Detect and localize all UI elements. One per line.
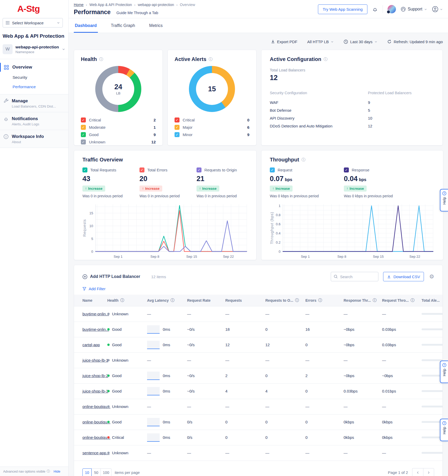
checkbox-unknown[interactable]: ✓ xyxy=(81,139,86,144)
column-header-errors[interactable]: Errorsⓘ xyxy=(305,295,344,306)
add-filter-button[interactable]: Add Filter xyxy=(74,281,114,295)
help-tab[interactable]: ? Help xyxy=(440,419,448,441)
cell-requests-to-origin: 12 xyxy=(265,337,305,352)
traffic-line-chart[interactable]: 051015Sep 1Sep 8Sep 15Sep 22Requests xyxy=(82,202,248,261)
info-icon[interactable]: ⓘ xyxy=(324,57,328,62)
latency-sparkline[interactable] xyxy=(147,387,160,395)
sidebar-item-overview[interactable]: Overview xyxy=(0,62,68,73)
info-icon[interactable]: ⓘ xyxy=(99,57,103,62)
next-page-button[interactable] xyxy=(423,468,434,476)
active-configuration-card: Active Configuration ⓘ Total Load Balanc… xyxy=(261,50,443,145)
checkbox-request[interactable]: ✓ xyxy=(270,167,275,172)
gear-icon[interactable]: ⚙ xyxy=(429,273,434,280)
checkbox-critical[interactable]: ✓ xyxy=(81,117,86,122)
column-header-request-rate[interactable]: Request Rate xyxy=(187,295,225,306)
sidebar-item-performance[interactable]: Performance xyxy=(0,82,68,92)
checkbox-response[interactable]: ✓ xyxy=(344,167,349,172)
latency-sparkline[interactable] xyxy=(147,433,160,442)
lb-name-link[interactable]: juice-shop-lb-3 xyxy=(82,389,108,393)
checkbox-good[interactable]: ✓ xyxy=(81,132,86,137)
lb-name-link[interactable]: online-boutiqu... xyxy=(82,420,110,424)
checkbox-critical[interactable]: ✓ xyxy=(175,117,180,122)
lb-name-link[interactable]: buytime-onlin... xyxy=(82,312,109,316)
try-web-app-scanning-button[interactable]: Try Web App Scanning xyxy=(318,4,367,14)
account-menu[interactable] xyxy=(432,6,443,13)
checkbox-total-errors[interactable]: ✓ xyxy=(139,167,144,172)
alerts-donut-chart[interactable]: 15 xyxy=(189,66,235,112)
page-size-100[interactable]: 100 xyxy=(101,468,111,476)
hide-link[interactable]: Hide xyxy=(54,470,60,473)
info-icon[interactable]: ⓘ xyxy=(120,298,124,303)
lb-name-link[interactable]: online-boutiqu... xyxy=(82,435,110,440)
tab-traffic-graph[interactable]: Traffic Graph xyxy=(110,18,136,33)
guide-me-link[interactable]: Guide Me Through a Tab xyxy=(116,11,158,15)
sidebar-item-notifications[interactable]: NotificationsAlerts, Audit Logs xyxy=(0,112,68,130)
info-icon[interactable]: ⓘ xyxy=(171,298,175,303)
help-tab[interactable]: ? Help xyxy=(440,189,448,211)
latency-sparkline[interactable] xyxy=(147,325,160,334)
table-search xyxy=(331,272,378,281)
breadcrumb-item[interactable]: webapp-api-protection xyxy=(138,3,174,7)
column-header-requests-to-o-[interactable]: Requests to O...ⓘ xyxy=(265,295,305,306)
cell-request-throughput: 0.03bps xyxy=(382,337,422,352)
tab-dashboard[interactable]: Dashboard xyxy=(74,18,98,33)
support-menu[interactable]: Support xyxy=(401,7,427,12)
column-header-response-thr-[interactable]: Response Thr...ⓘ xyxy=(344,295,382,306)
info-icon[interactable]: ⓘ xyxy=(318,298,322,303)
help-tab[interactable]: ? Help xyxy=(440,361,448,383)
column-header-total-ale-[interactable]: Total Ale... xyxy=(422,295,443,306)
throughput-line-chart[interactable]: 00.20.40.60.81Sep 1Sep 8Sep 15Sep 22Thro… xyxy=(270,202,435,261)
column-header-health[interactable]: Healthⓘ xyxy=(107,295,147,306)
active-alerts-card: Active Alerts ⓘ 15 ✓Critical0✓Major6✓Min… xyxy=(167,50,256,145)
lb-name-link[interactable]: juice-shop-lb-1 xyxy=(82,358,108,362)
checkbox-moderate[interactable]: ✓ xyxy=(81,125,86,130)
namespace-selector[interactable]: W webapp-api-protection Namespace xyxy=(0,39,68,59)
checkbox-total-requests[interactable]: ✓ xyxy=(82,167,87,172)
sidebar-item-manage[interactable]: ManageLoad Balancers, CDN Dist... xyxy=(0,94,68,112)
page-size-10[interactable]: 10 xyxy=(82,468,92,476)
column-header-name[interactable]: Name xyxy=(74,295,107,306)
breadcrumb-item[interactable]: Home xyxy=(74,3,83,7)
sidebar-item-workspace-info[interactable]: Workspace InfoAbout xyxy=(0,130,68,148)
time-range-dropdown[interactable]: Last 30 days xyxy=(344,40,377,44)
lb-name-link[interactable]: sentence-app... xyxy=(82,451,109,455)
info-icon[interactable]: ⓘ xyxy=(301,157,305,162)
lb-filter-dropdown[interactable]: All HTTP LB xyxy=(307,40,334,44)
latency-sparkline[interactable] xyxy=(147,372,160,380)
column-header-avg-latency[interactable]: Avg Latencyⓘ xyxy=(147,295,187,306)
checkbox-minor[interactable]: ✓ xyxy=(175,132,180,137)
bell-icon[interactable] xyxy=(372,6,378,12)
column-header-requests[interactable]: Requests xyxy=(225,295,265,306)
cell-requests: — xyxy=(225,399,265,414)
workspace-select[interactable]: Select Workspace xyxy=(3,18,63,27)
checkbox-major[interactable]: ✓ xyxy=(175,125,180,130)
trend-badge: ↑Increase xyxy=(197,186,219,192)
checkbox-requests-to-origin[interactable]: ✓ xyxy=(197,167,201,172)
health-donut-chart[interactable]: 24 LB xyxy=(95,66,141,112)
avatar[interactable] xyxy=(388,5,396,13)
info-icon[interactable]: ⓘ xyxy=(295,298,299,303)
breadcrumb-item[interactable]: Web App & API Protection xyxy=(89,3,132,7)
lb-name-link[interactable]: online-boutiqu... xyxy=(82,404,110,409)
page-size-50[interactable]: 50 xyxy=(92,468,101,476)
download-csv-button[interactable]: Download CSV xyxy=(383,272,424,281)
info-icon[interactable]: ⓘ xyxy=(209,57,213,62)
breadcrumb-item[interactable]: Overview xyxy=(180,3,195,7)
items-count: 12 items xyxy=(151,275,331,279)
tab-metrics[interactable]: Metrics xyxy=(148,18,164,33)
sidebar-item-security[interactable]: Security xyxy=(0,73,68,82)
refresh-button[interactable]: Refresh: Updated 9 min ago xyxy=(387,40,443,44)
search-input[interactable] xyxy=(340,275,376,279)
latency-sparkline[interactable] xyxy=(147,418,160,426)
lb-name-link[interactable]: cartql-app xyxy=(82,343,100,347)
export-pdf-button[interactable]: Export PDF xyxy=(271,40,298,44)
latency-sparkline[interactable] xyxy=(147,341,160,349)
column-header-request-thro-[interactable]: Request Thro...ⓘ xyxy=(382,295,422,306)
add-http-lb-button[interactable]: Add HTTP Load Balancer xyxy=(82,274,140,279)
cell-name: online-boutiqu... xyxy=(74,414,107,430)
lb-name-link[interactable]: juice-shop-lb-2 xyxy=(82,373,108,378)
lb-name-link[interactable]: buytime-onlin... xyxy=(82,327,109,332)
info-icon[interactable]: ⓘ xyxy=(373,298,377,303)
info-icon[interactable]: ⓘ xyxy=(411,298,415,303)
prev-page-button[interactable] xyxy=(412,468,423,476)
